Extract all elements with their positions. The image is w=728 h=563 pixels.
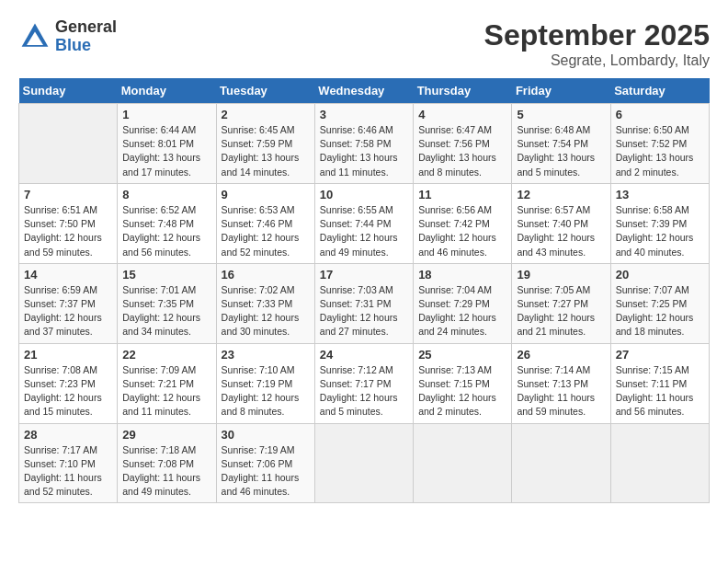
calendar-week-4: 21Sunrise: 7:08 AM Sunset: 7:23 PM Dayli… [19,343,710,423]
day-info: Sunrise: 6:55 AM Sunset: 7:44 PM Dayligh… [320,203,408,259]
day-number: 24 [320,348,408,362]
day-number: 13 [616,188,704,201]
calendar-cell: 29Sunrise: 7:18 AM Sunset: 7:08 PM Dayli… [118,423,216,503]
day-info: Sunrise: 7:15 AM Sunset: 7:11 PM Dayligh… [616,363,704,419]
calendar-subtitle: Segrate, Lombardy, Italy [484,52,710,69]
day-number: 1 [122,108,210,121]
calendar-cell: 13Sunrise: 6:58 AM Sunset: 7:39 PM Dayli… [610,183,709,263]
day-number: 21 [24,348,112,362]
calendar-cell: 10Sunrise: 6:55 AM Sunset: 7:44 PM Dayli… [314,183,413,263]
day-info: Sunrise: 6:57 AM Sunset: 7:40 PM Dayligh… [517,203,605,259]
calendar-cell: 30Sunrise: 7:19 AM Sunset: 7:06 PM Dayli… [216,423,314,503]
calendar-cell [19,104,118,184]
calendar-cell: 1Sunrise: 6:44 AM Sunset: 8:01 PM Daylig… [118,104,216,184]
day-number: 25 [418,348,506,362]
calendar-cell: 25Sunrise: 7:13 AM Sunset: 7:15 PM Dayli… [414,343,512,423]
day-number: 11 [418,188,506,201]
day-of-week-monday: Monday [118,78,216,104]
day-number: 30 [222,428,310,442]
calendar-cell: 8Sunrise: 6:52 AM Sunset: 7:48 PM Daylig… [118,183,216,263]
logo-blue-text: Blue [55,37,117,55]
day-number: 6 [616,108,704,121]
day-header-row: SundayMondayTuesdayWednesdayThursdayFrid… [19,78,710,104]
day-number: 3 [320,108,408,121]
calendar-cell [512,423,610,503]
logo-text: General Blue [55,18,117,55]
calendar-cell: 11Sunrise: 6:56 AM Sunset: 7:42 PM Dayli… [414,183,512,263]
calendar-week-5: 28Sunrise: 7:17 AM Sunset: 7:10 PM Dayli… [19,423,710,503]
logo-icon [18,20,51,53]
day-info: Sunrise: 7:13 AM Sunset: 7:15 PM Dayligh… [418,363,506,419]
day-number: 9 [222,188,310,201]
day-number: 4 [418,108,506,121]
day-of-week-saturday: Saturday [610,78,709,104]
calendar-cell: 15Sunrise: 7:01 AM Sunset: 7:35 PM Dayli… [118,263,216,343]
logo-general-text: General [55,18,117,37]
day-info: Sunrise: 7:09 AM Sunset: 7:21 PM Dayligh… [122,363,210,419]
logo: General Blue [18,18,117,55]
day-number: 19 [517,268,605,282]
day-info: Sunrise: 6:56 AM Sunset: 7:42 PM Dayligh… [418,203,506,259]
calendar-cell: 14Sunrise: 6:59 AM Sunset: 7:37 PM Dayli… [19,263,118,343]
calendar-cell: 24Sunrise: 7:12 AM Sunset: 7:17 PM Dayli… [314,343,413,423]
calendar-cell: 27Sunrise: 7:15 AM Sunset: 7:11 PM Dayli… [610,343,709,423]
day-info: Sunrise: 7:01 AM Sunset: 7:35 PM Dayligh… [122,283,210,339]
calendar-week-2: 7Sunrise: 6:51 AM Sunset: 7:50 PM Daylig… [19,183,710,263]
day-info: Sunrise: 6:44 AM Sunset: 8:01 PM Dayligh… [122,123,210,179]
calendar-cell [610,423,709,503]
day-of-week-thursday: Thursday [414,78,512,104]
calendar-week-1: 1Sunrise: 6:44 AM Sunset: 8:01 PM Daylig… [19,104,710,184]
calendar-cell: 3Sunrise: 6:46 AM Sunset: 7:58 PM Daylig… [314,104,413,184]
calendar-cell: 9Sunrise: 6:53 AM Sunset: 7:46 PM Daylig… [216,183,314,263]
day-info: Sunrise: 7:19 AM Sunset: 7:06 PM Dayligh… [222,443,310,500]
day-of-week-friday: Friday [512,78,610,104]
day-info: Sunrise: 6:46 AM Sunset: 7:58 PM Dayligh… [320,123,408,179]
day-number: 17 [320,268,408,282]
calendar-week-3: 14Sunrise: 6:59 AM Sunset: 7:37 PM Dayli… [19,263,710,343]
day-number: 20 [616,268,704,282]
day-info: Sunrise: 6:50 AM Sunset: 7:52 PM Dayligh… [616,123,704,179]
day-info: Sunrise: 7:03 AM Sunset: 7:31 PM Dayligh… [320,283,408,339]
calendar-title: September 2025 [484,18,710,52]
title-block: September 2025 Segrate, Lombardy, Italy [484,18,710,69]
calendar-cell: 28Sunrise: 7:17 AM Sunset: 7:10 PM Dayli… [19,423,118,503]
day-number: 2 [222,108,310,121]
day-info: Sunrise: 7:08 AM Sunset: 7:23 PM Dayligh… [24,363,112,419]
day-number: 18 [418,268,506,282]
day-number: 14 [24,268,112,282]
day-info: Sunrise: 7:14 AM Sunset: 7:13 PM Dayligh… [517,363,605,419]
day-of-week-wednesday: Wednesday [314,78,413,104]
day-info: Sunrise: 6:51 AM Sunset: 7:50 PM Dayligh… [24,203,112,259]
day-info: Sunrise: 7:18 AM Sunset: 7:08 PM Dayligh… [122,443,210,500]
day-info: Sunrise: 7:17 AM Sunset: 7:10 PM Dayligh… [24,443,112,500]
calendar-cell: 6Sunrise: 6:50 AM Sunset: 7:52 PM Daylig… [610,104,709,184]
calendar-cell: 23Sunrise: 7:10 AM Sunset: 7:19 PM Dayli… [216,343,314,423]
day-info: Sunrise: 6:45 AM Sunset: 7:59 PM Dayligh… [222,123,310,179]
calendar-cell: 4Sunrise: 6:47 AM Sunset: 7:56 PM Daylig… [414,104,512,184]
day-number: 29 [122,428,210,442]
calendar-cell: 2Sunrise: 6:45 AM Sunset: 7:59 PM Daylig… [216,104,314,184]
day-number: 16 [222,268,310,282]
day-info: Sunrise: 7:07 AM Sunset: 7:25 PM Dayligh… [616,283,704,339]
day-info: Sunrise: 6:48 AM Sunset: 7:54 PM Dayligh… [517,123,605,179]
day-number: 8 [122,188,210,201]
calendar-table: SundayMondayTuesdayWednesdayThursdayFrid… [18,78,710,503]
day-of-week-tuesday: Tuesday [216,78,314,104]
day-number: 27 [616,348,704,362]
day-number: 22 [122,348,210,362]
day-number: 7 [24,188,112,201]
day-info: Sunrise: 7:02 AM Sunset: 7:33 PM Dayligh… [222,283,310,339]
calendar-cell [414,423,512,503]
calendar-cell: 7Sunrise: 6:51 AM Sunset: 7:50 PM Daylig… [19,183,118,263]
day-info: Sunrise: 7:04 AM Sunset: 7:29 PM Dayligh… [418,283,506,339]
day-info: Sunrise: 6:52 AM Sunset: 7:48 PM Dayligh… [122,203,210,259]
day-info: Sunrise: 6:47 AM Sunset: 7:56 PM Dayligh… [418,123,506,179]
day-info: Sunrise: 7:10 AM Sunset: 7:19 PM Dayligh… [222,363,310,419]
day-of-week-sunday: Sunday [19,78,118,104]
calendar-cell: 16Sunrise: 7:02 AM Sunset: 7:33 PM Dayli… [216,263,314,343]
day-info: Sunrise: 7:05 AM Sunset: 7:27 PM Dayligh… [517,283,605,339]
day-number: 28 [24,428,112,442]
calendar-cell [314,423,413,503]
calendar-cell: 5Sunrise: 6:48 AM Sunset: 7:54 PM Daylig… [512,104,610,184]
calendar-cell: 12Sunrise: 6:57 AM Sunset: 7:40 PM Dayli… [512,183,610,263]
